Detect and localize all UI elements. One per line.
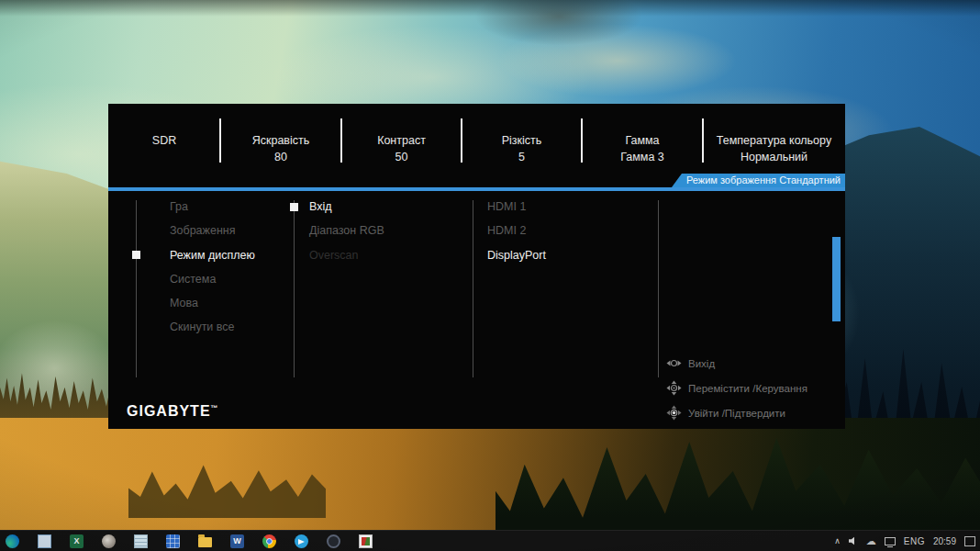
word-icon[interactable]: W [230,534,244,548]
osd-status-brightness: Яскравість 80 [220,104,341,185]
hint-move: Перемістити /Керування [666,380,807,396]
selection-marker-submenu [290,203,298,211]
network-icon[interactable] [885,537,896,545]
hint-enter: Увійти /Підтвердити [666,405,785,421]
menu-item-display-mode[interactable]: Режим дисплею [170,243,255,267]
chevron-up-icon[interactable]: ∧ [834,536,841,545]
hint-label: Вихід [688,358,715,369]
osd-status-sdr: SDR [108,104,220,185]
menu-item-system[interactable]: Система [170,267,255,291]
round-app-icon[interactable] [102,534,116,548]
osd-status-sharpness: Різкість 5 [462,104,582,185]
excel-icon[interactable]: X [70,534,84,548]
hint-label: Перемістити /Керування [688,383,807,394]
submenu-item-rgb-range[interactable]: Діапазон RGB [309,219,384,242]
status-value: Нормальний [741,151,807,164]
mail-app-icon[interactable] [38,534,51,548]
osd-main-menu: Гра Зображення Режим дисплею Система Мов… [170,195,255,340]
gigabyte-logo: GIGABYTE™ [127,403,218,420]
notepad-icon[interactable] [134,534,148,548]
cloud-icon[interactable]: ☁ [866,536,876,546]
trademark-symbol: ™ [211,404,218,412]
osd-status-color-temp: Температура кольору Нормальний [703,104,845,185]
option-hdmi2[interactable]: HDMI 2 [487,219,546,242]
status-label: Яскравість [252,134,310,148]
menu-divider-2 [294,200,295,377]
desktop-screen: SDR Яскравість 80 Контраст 50 Різкість 5… [0,0,980,551]
osd-status-bar: SDR Яскравість 80 Контраст 50 Різкість 5… [108,104,845,185]
option-displayport[interactable]: DisplayPort [487,243,546,267]
osd-status-contrast: Контраст 50 [341,104,462,185]
status-label: SDR [152,134,176,148]
option-hdmi1[interactable]: HDMI 1 [487,195,546,219]
taskbar-pinned-apps: X W [0,534,373,548]
menu-divider-3 [473,200,473,377]
osd-options-list: HDMI 1 HDMI 2 DisplayPort [487,195,546,267]
hint-label: Увійти /Підтвердити [688,408,785,419]
obs-icon[interactable] [327,534,340,548]
status-value: 5 [518,151,525,164]
status-label: Гамма [625,134,659,148]
joystick-left-right-icon [666,355,682,371]
volume-icon[interactable] [849,536,858,545]
language-indicator[interactable]: ENG [904,536,925,546]
system-tray: ∧ ☁ ENG 20:59 [834,531,975,551]
file-explorer-icon[interactable] [198,537,212,547]
status-value: 50 [395,151,408,164]
menu-divider-1 [136,200,137,377]
status-label: Різкість [502,134,542,148]
action-center-icon[interactable] [964,536,975,546]
accent-divider-line [108,187,845,191]
joystick-press-icon [666,405,682,421]
menu-item-game[interactable]: Гра [170,195,255,219]
telegram-icon[interactable] [295,534,308,548]
status-label: Контраст [377,134,426,148]
chrome-icon[interactable] [262,534,276,548]
menu-divider-4 [658,200,659,377]
menu-item-reset-all[interactable]: Скинути все [170,315,255,339]
menu-item-picture[interactable]: Зображення [170,219,255,242]
submenu-item-overscan[interactable]: Overscan [309,243,384,267]
status-label: Температура кольору [717,134,831,148]
photos-app-icon[interactable] [359,534,373,548]
monitor-osd-panel: SDR Яскравість 80 Контраст 50 Різкість 5… [108,104,845,429]
clock[interactable]: 20:59 [933,536,956,546]
menu-item-language[interactable]: Мова [170,291,255,315]
calculator-icon[interactable] [166,534,180,548]
joystick-all-directions-icon [666,380,682,396]
osd-status-gamma: Гамма Гамма 3 [582,104,703,185]
selection-marker-main [132,251,140,259]
hint-exit: Вихід [666,355,715,371]
status-value: Гамма 3 [620,151,664,164]
picture-mode-badge: Режим зображення Стандартний [672,174,845,187]
edge-icon[interactable] [6,534,19,548]
brand-text: GIGABYTE [127,403,211,419]
windows-taskbar: X W ∧ ☁ ENG 20:59 [0,530,980,551]
status-value: 80 [274,151,287,164]
submenu-item-input[interactable]: Вхід [309,195,384,219]
osd-scrollbar[interactable] [832,237,841,321]
osd-submenu: Вхід Діапазон RGB Overscan [309,195,384,267]
